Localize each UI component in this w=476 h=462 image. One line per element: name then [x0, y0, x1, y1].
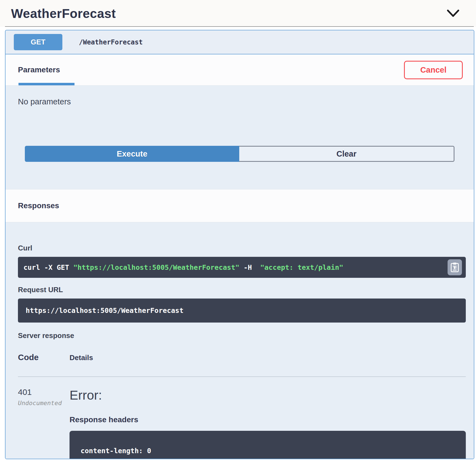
- response-headers-block: content-length: 0 date: Thu29 Jul 2021 1…: [70, 431, 466, 459]
- curl-code-block: curl -X GET "https://localhost:5005/Weat…: [18, 257, 466, 278]
- clipboard-icon: [451, 262, 459, 272]
- execute-button[interactable]: Execute: [25, 146, 239, 162]
- curl-label: Curl: [18, 244, 466, 252]
- response-header-line: content-length: 0: [81, 445, 460, 456]
- response-error-text: Error:: [70, 387, 466, 403]
- operation-path: /WeatherForecast: [79, 38, 143, 46]
- tab-active-underline: [18, 83, 75, 85]
- parameters-body: No parameters Execute Clear: [6, 86, 474, 189]
- responses-title: Responses: [18, 201, 59, 210]
- request-url-label: Request URL: [18, 286, 466, 294]
- page-title: WeatherForecast: [11, 6, 116, 21]
- operation-summary[interactable]: GET /WeatherForecast: [6, 30, 474, 54]
- curl-token-url: "https://localhost:5005/WeatherForecast": [73, 263, 240, 271]
- curl-token-prefix: curl -X GET: [23, 263, 73, 271]
- curl-token-flag: -H: [240, 263, 260, 271]
- parameters-header: Parameters Cancel: [6, 54, 474, 86]
- response-header-line: date: Thu29 Jul 2021 14:14:14 GMT: [81, 456, 460, 459]
- execute-clear-bar: Execute Clear: [25, 146, 454, 162]
- clear-button[interactable]: Clear: [239, 146, 454, 162]
- response-status-code: 401: [18, 387, 70, 397]
- copy-to-clipboard-button[interactable]: [448, 259, 462, 275]
- response-headers-label: Response headers: [70, 415, 466, 424]
- curl-token-header: "accept: text/plain": [260, 263, 343, 271]
- response-row: 401 Undocumented Error: Response headers…: [18, 377, 466, 459]
- method-badge: GET: [14, 34, 62, 50]
- cancel-button[interactable]: Cancel: [404, 61, 463, 79]
- code-column-header: Code: [18, 353, 70, 362]
- response-code-note: Undocumented: [18, 400, 70, 406]
- request-url-text: https://localhost:5005/WeatherForecast: [26, 307, 466, 315]
- no-parameters-text: No parameters: [18, 97, 461, 106]
- responses-header: Responses: [6, 189, 474, 222]
- response-code-cell: 401 Undocumented: [18, 387, 70, 459]
- tab-parameters[interactable]: Parameters: [18, 65, 60, 74]
- response-table-header: Code Details: [18, 353, 466, 362]
- server-response-label: Server response: [18, 331, 466, 340]
- responses-body: Curl curl -X GET "https://localhost:5005…: [6, 222, 474, 459]
- details-column-header: Details: [70, 353, 93, 362]
- app-header: WeatherForecast: [0, 0, 476, 27]
- chevron-down-icon[interactable]: [447, 9, 459, 18]
- request-url-block: https://localhost:5005/WeatherForecast: [18, 299, 466, 323]
- operation-panel: GET /WeatherForecast Parameters Cancel N…: [5, 30, 474, 459]
- page: WeatherForecast GET /WeatherForecast Par…: [0, 0, 476, 462]
- curl-command-text: curl -X GET "https://localhost:5005/Weat…: [23, 263, 343, 271]
- response-details-cell: Error: Response headers content-length: …: [70, 387, 466, 459]
